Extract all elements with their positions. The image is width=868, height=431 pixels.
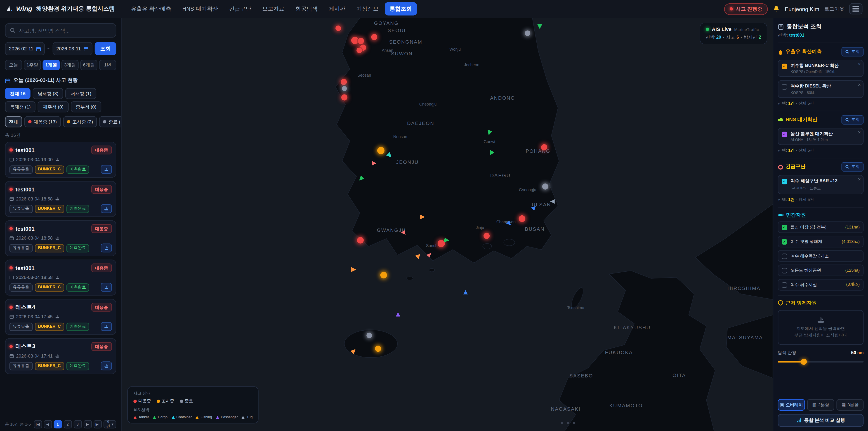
map-marker[interactable] — [506, 221, 513, 227]
remove-item-button[interactable]: × — [858, 83, 861, 88]
status-filter-chip[interactable]: 종료 (1) — [99, 116, 122, 127]
map-marker[interactable] — [357, 237, 364, 243]
view-mode-button[interactable]: ▦ 3분할 — [836, 399, 864, 411]
map-marker[interactable] — [366, 333, 372, 338]
slider-thumb[interactable] — [800, 359, 807, 365]
quick-range-button[interactable]: 1주일 — [24, 60, 41, 70]
search-input[interactable] — [19, 27, 111, 33]
nav-item[interactable]: 기상정보 — [351, 2, 383, 16]
incident-card[interactable]: test001 대응중 2026-03-04 18:58 유류유출BUNKER_… — [5, 260, 116, 296]
quick-range-button[interactable]: 오늘 — [5, 60, 22, 70]
quick-range-button[interactable]: 1년 — [99, 60, 116, 70]
region-filter-chip[interactable]: 전체 16 — [5, 88, 31, 99]
map-marker[interactable] — [438, 240, 445, 247]
map-marker[interactable] — [375, 345, 381, 352]
status-filter-chip[interactable]: 조사중 (2) — [63, 116, 97, 127]
map-marker[interactable] — [386, 152, 393, 159]
locate-on-map-button[interactable] — [101, 283, 112, 291]
incident-card[interactable]: 테스트3 대응중 2026-03-04 17:41 유류유출BUNKER_C예측… — [5, 338, 116, 374]
page-next-button[interactable]: ▶ — [84, 420, 92, 429]
region-filter-chip[interactable]: 동해청 (1) — [5, 101, 36, 112]
view-mode-button[interactable]: ▣ 오버레이 — [778, 399, 805, 411]
resource-row[interactable]: 돌산 어장 (김·전복) (131ha) — [778, 221, 864, 233]
simulation-item[interactable]: 울산 톨루엔 대기확산 ALOHA · 15L/H 1.2km × — [778, 128, 864, 145]
incident-card[interactable]: test001 대응중 2026-03-04 18:58 유류유출BUNKER_… — [5, 220, 116, 256]
map-marker[interactable] — [541, 144, 547, 150]
map-marker[interactable] — [463, 290, 468, 295]
nav-item[interactable]: 통합조회 — [385, 2, 417, 16]
radius-slider[interactable] — [778, 358, 864, 365]
map-marker[interactable] — [444, 237, 450, 243]
simulation-item[interactable]: 여수항 BUNKER-C 확산 KOSPS+OpenDrift · 150kL … — [778, 60, 864, 77]
map[interactable]: GOYANGSEOULSEONGNAMAnsanSUWONWonjuJecheo… — [122, 18, 773, 431]
date-query-button[interactable]: 조회 — [95, 42, 116, 55]
map-marker[interactable] — [561, 422, 563, 424]
locate-on-map-button[interactable] — [101, 165, 112, 174]
region-filter-chip[interactable]: 서해청 (1) — [66, 88, 96, 99]
locate-on-map-button[interactable] — [101, 244, 112, 252]
hns-query-button[interactable]: 조회 — [842, 115, 864, 125]
remove-item-button[interactable]: × — [858, 130, 861, 135]
simulation-item[interactable]: 여수항 DIESEL 확산 KOSPS · 80kL × — [778, 81, 864, 98]
sar-query-button[interactable]: 조회 — [842, 162, 864, 172]
region-filter-chip[interactable]: 제주청 (0) — [38, 101, 68, 112]
map-marker[interactable] — [519, 215, 525, 222]
status-filter-chip[interactable]: 대응중 (13) — [24, 116, 61, 127]
resource-checkbox[interactable] — [782, 239, 787, 244]
map-marker[interactable] — [341, 79, 347, 85]
page-prev-button[interactable]: ◀ — [43, 420, 52, 429]
nav-item[interactable]: 보고자료 — [257, 2, 289, 16]
incident-card[interactable]: 테스트4 대응중 2026-03-04 17:45 유류유출BUNKER_C예측… — [5, 299, 116, 335]
map-marker[interactable] — [415, 252, 422, 259]
map-marker[interactable] — [350, 347, 357, 355]
map-marker[interactable] — [336, 26, 341, 31]
region-filter-chip[interactable]: 남해청 (3) — [33, 88, 64, 99]
map-marker[interactable] — [420, 214, 425, 219]
page-number-button[interactable]: 2 — [64, 420, 72, 429]
quick-range-button[interactable]: 1개월 — [43, 60, 60, 70]
simulation-checkbox[interactable] — [782, 131, 787, 137]
map-marker[interactable] — [358, 38, 364, 44]
simulation-checkbox[interactable] — [782, 64, 787, 69]
bell-icon[interactable] — [773, 5, 780, 12]
map-marker[interactable] — [377, 147, 384, 154]
remove-item-button[interactable]: × — [858, 62, 861, 67]
page-number-button[interactable]: 1 — [54, 420, 62, 429]
resource-row[interactable]: 여수 해수욕장 3개소 — [778, 250, 864, 261]
logout-button[interactable]: 로그아웃 — [825, 5, 844, 12]
remove-item-button[interactable]: × — [858, 177, 861, 182]
oil-query-button[interactable]: 조회 — [842, 47, 864, 57]
incident-card[interactable]: test001 대응중 2026-03-04 19:00 유류유출BUNKER_… — [5, 142, 116, 178]
incident-card[interactable]: test001 대응중 2026-03-04 18:58 유류유출BUNKER_… — [5, 181, 116, 217]
map-marker[interactable] — [380, 272, 387, 278]
map-marker[interactable] — [427, 251, 433, 258]
quick-range-button[interactable]: 6개월 — [80, 60, 97, 70]
simulation-checkbox[interactable] — [782, 84, 787, 90]
map-marker[interactable] — [351, 267, 356, 272]
map-marker[interactable] — [486, 130, 492, 136]
map-marker[interactable] — [351, 37, 359, 44]
nav-item[interactable]: 게시판 — [324, 2, 350, 16]
page-first-button[interactable]: |◀ — [34, 420, 42, 429]
page-size-select[interactable]: 6건 ▾ — [103, 420, 116, 429]
resource-checkbox[interactable] — [782, 282, 787, 287]
map-marker[interactable] — [488, 150, 494, 157]
locate-on-map-button[interactable] — [101, 204, 112, 213]
map-marker[interactable] — [525, 31, 530, 36]
map-marker[interactable] — [342, 86, 347, 91]
resource-checkbox[interactable] — [782, 224, 787, 230]
map-marker[interactable] — [550, 199, 555, 204]
locate-on-map-button[interactable] — [101, 322, 112, 331]
nav-item[interactable]: HNS·대기확산 — [178, 2, 223, 16]
quick-range-button[interactable]: 3개월 — [61, 60, 79, 70]
resource-row[interactable]: 오동도 해상공원 (125ha) — [778, 265, 864, 276]
map-marker[interactable] — [573, 422, 575, 424]
map-marker[interactable] — [542, 184, 548, 190]
resource-checkbox[interactable] — [782, 253, 787, 259]
nav-item[interactable]: 긴급구난 — [224, 2, 256, 16]
map-marker[interactable] — [567, 422, 569, 424]
map-marker[interactable] — [537, 24, 542, 29]
date-to-input[interactable]: 2026-03-11 — [53, 42, 92, 55]
map-marker[interactable] — [372, 161, 377, 166]
page-last-button[interactable]: ▶| — [93, 420, 102, 429]
